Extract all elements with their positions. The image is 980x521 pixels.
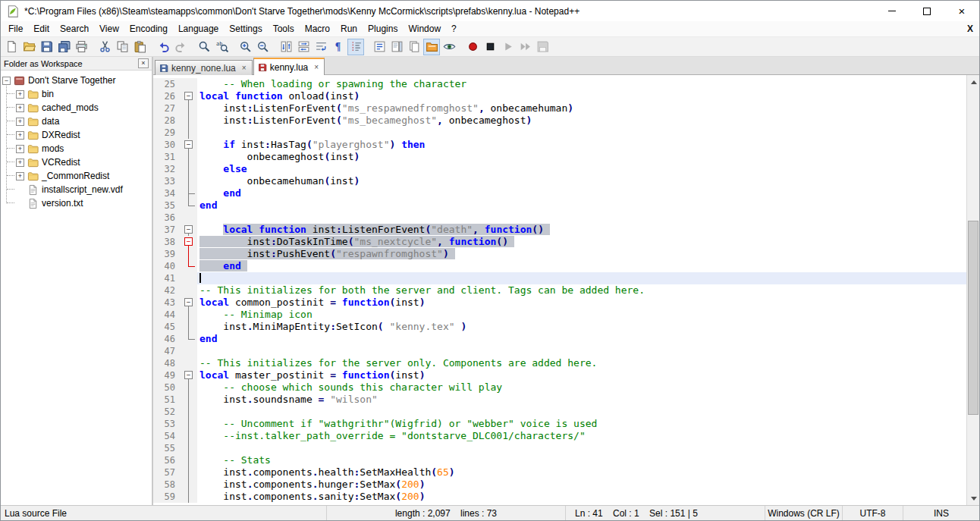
code-text[interactable]: end (197, 333, 966, 345)
sync-scroll-vertical-button[interactable] (278, 39, 294, 55)
line-number[interactable]: 27 (153, 102, 181, 115)
vertical-scrollbar[interactable] (966, 75, 979, 505)
tree-item-bin[interactable]: +bin (1, 87, 152, 101)
line-number[interactable]: 59 (153, 491, 181, 503)
macro-playback-button[interactable] (499, 39, 516, 55)
line-number[interactable]: 28 (153, 115, 181, 127)
line-number[interactable]: 25 (153, 78, 181, 90)
line-number[interactable]: 44 (153, 309, 181, 321)
code-text[interactable]: onbecamehuman(inst) (197, 175, 966, 187)
line-number[interactable]: 30 (153, 139, 181, 151)
line-number[interactable]: 40 (153, 260, 181, 272)
save-all-button[interactable] (55, 39, 72, 55)
line-number[interactable]: 56 (153, 454, 181, 466)
show-all-characters-button[interactable]: ¶ (330, 39, 347, 55)
menu-search[interactable]: Search (55, 22, 94, 36)
tab-close-button[interactable]: × (313, 63, 320, 71)
tree-item-cached-mods[interactable]: +cached_mods (1, 101, 152, 115)
scrollbar-thumb[interactable] (968, 221, 978, 415)
code-text[interactable]: -- Uncomment if "wathgrithr"(Wigfrid) or… (197, 418, 966, 430)
line-number[interactable]: 41 (153, 272, 181, 284)
tree-item-vcredist[interactable]: +VCRedist (1, 155, 152, 169)
expand-toggle[interactable]: + (16, 145, 24, 153)
macro-save-button[interactable] (534, 39, 551, 55)
minimize-button[interactable] (875, 1, 909, 21)
menu-encoding[interactable]: Encoding (124, 22, 173, 36)
undo-button[interactable] (155, 39, 171, 55)
macro-stop-button[interactable] (482, 39, 498, 55)
code-text[interactable] (197, 442, 966, 454)
code-text[interactable]: inst.components.sanity:SetMax(200) (197, 491, 966, 503)
tab-close-button[interactable]: × (240, 64, 248, 72)
status-eol-format[interactable]: Windows (CR LF) (765, 506, 843, 520)
open-file-button[interactable] (20, 39, 37, 55)
code-text[interactable]: -- choose which sounds this character wi… (197, 381, 966, 394)
expand-toggle[interactable]: + (16, 172, 24, 180)
line-number[interactable]: 47 (153, 345, 181, 357)
menu-help[interactable]: ? (446, 22, 462, 36)
cut-button[interactable] (96, 39, 113, 55)
menu-view[interactable]: View (94, 22, 124, 36)
line-number[interactable]: 45 (153, 321, 181, 333)
macro-record-button[interactable] (464, 39, 481, 55)
status-encoding[interactable]: UTF-8 (843, 506, 903, 520)
status-insert-mode[interactable]: INS (903, 506, 979, 520)
code-lines[interactable]: 25 -- When loading or spawning the chara… (153, 75, 966, 505)
code-text[interactable]: --inst.talker_path_override = "dontstarv… (197, 430, 966, 442)
panel-close-button[interactable]: × (138, 58, 149, 68)
redo-button[interactable] (172, 39, 189, 55)
word-wrap-button[interactable] (313, 39, 329, 55)
code-text[interactable]: inst:PushEvent("respawnfromghost") (197, 248, 966, 260)
line-number[interactable]: 26 (153, 90, 181, 102)
fold-toggle-icon[interactable]: − (181, 297, 197, 309)
line-number[interactable]: 49 (153, 369, 181, 381)
code-text[interactable]: -- This initializes for both the server … (197, 284, 966, 297)
fold-toggle-icon[interactable]: − (181, 224, 197, 236)
code-text[interactable]: inst.soundsname = "wilson" (197, 394, 966, 406)
code-text[interactable] (197, 345, 966, 357)
menu-plugins[interactable]: Plugins (363, 22, 403, 36)
code-text[interactable]: end (197, 260, 966, 272)
maximize-button[interactable] (909, 1, 944, 21)
line-number[interactable]: 29 (153, 127, 181, 139)
tree-item-installscript-new-vdf[interactable]: installscript_new.vdf (1, 183, 152, 196)
code-text[interactable]: end (197, 187, 966, 199)
code-text[interactable]: inst.components.health:SetMaxHealth(65) (197, 466, 966, 479)
line-number[interactable]: 35 (153, 199, 181, 212)
line-number[interactable]: 50 (153, 381, 181, 394)
line-number[interactable]: 53 (153, 418, 181, 430)
code-text[interactable]: onbecameghost(inst) (197, 151, 966, 163)
function-list-button[interactable] (371, 39, 388, 55)
line-number[interactable]: 32 (153, 163, 181, 175)
line-number[interactable]: 57 (153, 466, 181, 479)
tree-item-data[interactable]: +data (1, 115, 152, 128)
line-number[interactable]: 31 (153, 151, 181, 163)
document-close-x[interactable]: X (967, 24, 973, 34)
tree-item-version-txt[interactable]: version.txt (1, 196, 152, 210)
close-button[interactable]: × (944, 1, 979, 21)
new-file-button[interactable] (3, 39, 20, 55)
fold-toggle-icon[interactable]: − (181, 139, 197, 151)
code-text[interactable] (197, 272, 966, 284)
fold-toggle-icon[interactable]: − (181, 236, 197, 248)
code-text[interactable]: -- Minimap icon (197, 309, 966, 321)
menu-tools[interactable]: Tools (268, 22, 300, 36)
line-number[interactable]: 38 (153, 236, 181, 248)
line-number[interactable]: 46 (153, 333, 181, 345)
code-text[interactable]: end (197, 199, 966, 212)
scroll-down-arrow[interactable] (967, 492, 980, 505)
paste-button[interactable] (131, 39, 148, 55)
show-indent-guide-button[interactable] (347, 39, 364, 55)
expand-toggle[interactable]: + (16, 131, 24, 140)
line-number[interactable]: 42 (153, 284, 181, 297)
line-number[interactable]: 39 (153, 248, 181, 260)
line-number[interactable]: 51 (153, 394, 181, 406)
code-text[interactable]: inst.MiniMapEntity:SetIcon( "kenny.tex" … (197, 321, 966, 333)
code-text[interactable]: inst:DoTaskInTime("ms_nextcycle", functi… (197, 236, 966, 248)
expand-toggle[interactable]: + (16, 104, 24, 112)
save-button[interactable] (38, 39, 55, 55)
line-number[interactable]: 55 (153, 442, 181, 454)
document-list-button[interactable] (406, 39, 422, 55)
code-text[interactable]: local common_postinit = function(inst) (197, 297, 966, 309)
line-number[interactable]: 48 (153, 357, 181, 369)
